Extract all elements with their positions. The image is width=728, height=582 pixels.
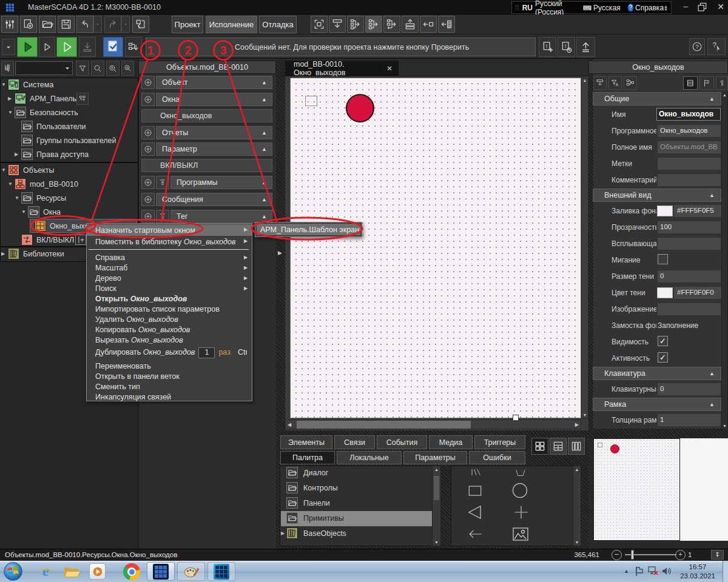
canvas-vscrollbar[interactable]: ▲▼ bbox=[581, 78, 588, 418]
menu-item[interactable]: Переименовать bbox=[95, 361, 247, 371]
palette-tab-0[interactable]: Палитра bbox=[280, 451, 335, 464]
prop-section-bar[interactable]: Рамка▲ bbox=[593, 398, 721, 411]
tree-item-label[interactable]: АРМ_Панель bbox=[30, 95, 76, 103]
minimize-button[interactable]: – bbox=[678, 2, 693, 13]
collapse-icon[interactable]: ▲ bbox=[261, 130, 267, 136]
prop-value-editing[interactable]: Окно_выходов bbox=[656, 108, 721, 121]
prop-tree-button[interactable] bbox=[624, 76, 637, 90]
menu-item[interactable]: Вырезать Окно_выходов bbox=[95, 335, 247, 345]
shape-polyline[interactable] bbox=[510, 466, 531, 481]
section-pin-button[interactable] bbox=[156, 210, 169, 223]
menu-item[interactable]: Импортировать список параметров bbox=[95, 304, 247, 314]
prop-value-text[interactable]: Заполнение bbox=[658, 321, 721, 330]
menu-item[interactable]: Поиск bbox=[95, 283, 247, 293]
section-add-button[interactable] bbox=[141, 142, 155, 156]
menu-item[interactable]: Масштаб bbox=[95, 263, 247, 273]
prop-checkbox[interactable] bbox=[658, 254, 668, 264]
help-button[interactable]: ? bbox=[689, 38, 705, 55]
status-options-button[interactable]: ▼▼ bbox=[711, 550, 724, 560]
redo-dropdown[interactable] bbox=[121, 16, 130, 33]
collapse-icon[interactable]: ▲ bbox=[261, 79, 267, 85]
menu-item[interactable]: Открыть Окно_выходов bbox=[95, 293, 247, 304]
help-label[interactable]: Справка bbox=[635, 4, 664, 12]
run-debug-button[interactable] bbox=[56, 37, 77, 57]
toolbar-tab-0[interactable]: Проект bbox=[172, 16, 203, 33]
shape-triangle[interactable] bbox=[465, 502, 485, 523]
object-section-plain[interactable]: Окно_выходов bbox=[141, 109, 272, 122]
tree-expander-icon[interactable]: ▼ bbox=[21, 209, 26, 215]
show-desktop-button[interactable] bbox=[723, 561, 728, 582]
toolbar-icon-fit-0[interactable] bbox=[311, 16, 328, 33]
workflow-button[interactable] bbox=[76, 93, 89, 105]
palette-scrollbar[interactable]: ▲▼ bbox=[432, 466, 441, 546]
bottom-tab-1[interactable]: Связи bbox=[334, 435, 375, 449]
tray-flag-icon[interactable] bbox=[635, 566, 644, 577]
tree-filter-button[interactable] bbox=[76, 61, 89, 76]
prop-value[interactable]: Объекты.mod_BB bbox=[658, 141, 721, 153]
langbar-options-icon[interactable]: ▲▼ bbox=[664, 5, 668, 11]
prop-value[interactable]: 100 bbox=[658, 221, 721, 233]
prop-color-swatch[interactable] bbox=[657, 287, 673, 298]
tray-expand-icon[interactable]: ▲ bbox=[624, 569, 631, 574]
tree-expander-icon[interactable]: ▼ bbox=[8, 181, 13, 187]
taskbar-ie-icon[interactable]: e bbox=[38, 563, 54, 580]
zoom-in-icon[interactable]: + bbox=[675, 550, 686, 560]
lang-code[interactable]: RU bbox=[522, 4, 533, 12]
toolbar-icon-treeOut-2[interactable] bbox=[347, 16, 364, 33]
collapse-icon[interactable]: ▲ bbox=[261, 179, 267, 186]
palette-tab-3[interactable]: Ошибки bbox=[469, 451, 525, 464]
section-add-button[interactable] bbox=[141, 176, 155, 189]
toolbar-tab-2[interactable]: Отладка bbox=[259, 16, 297, 33]
tree-zoom-in-button[interactable] bbox=[106, 61, 120, 76]
object-section-bar[interactable]: Отчеты▲ bbox=[156, 126, 272, 139]
taskbar-masterscada-button[interactable] bbox=[147, 562, 175, 581]
shape-image[interactable] bbox=[508, 524, 533, 544]
bottom-tab-4[interactable]: Триггеры bbox=[474, 435, 525, 449]
collapse-icon[interactable]: ▲ bbox=[261, 96, 267, 102]
prop-value[interactable]: 0 bbox=[658, 383, 721, 395]
taskbar-app-button[interactable] bbox=[207, 562, 235, 581]
keyboard-name[interactable]: Русская bbox=[593, 4, 621, 12]
tree-search-input[interactable] bbox=[15, 61, 73, 75]
tree-item-label[interactable]: ВКЛ/ВЫКЛ bbox=[36, 236, 74, 244]
tree-search-button[interactable] bbox=[91, 61, 104, 76]
shape-rectangle[interactable] bbox=[464, 482, 486, 500]
section-pin-button[interactable] bbox=[156, 176, 169, 189]
toolbar-icon-boardUp-5[interactable] bbox=[402, 16, 419, 33]
tree-expander-icon[interactable]: ▼ bbox=[1, 82, 6, 87]
toolbar-icon-dockL-6[interactable] bbox=[420, 16, 437, 33]
tree-item-label[interactable]: Права доступа bbox=[36, 150, 89, 159]
taskbar-explorer-icon[interactable] bbox=[63, 564, 81, 579]
canvas-circle-shape[interactable] bbox=[346, 94, 374, 122]
download-button[interactable] bbox=[79, 37, 96, 57]
section-add-button[interactable] bbox=[141, 93, 155, 106]
load-tree-button[interactable] bbox=[125, 37, 142, 57]
prop-value[interactable]: 0 bbox=[658, 270, 721, 283]
palette-group-label[interactable]: BaseObjects bbox=[303, 529, 346, 538]
menu-item[interactable]: Дерево bbox=[95, 273, 247, 283]
collapse-icon[interactable]: ▲ bbox=[709, 192, 715, 198]
undo-button[interactable] bbox=[76, 16, 93, 33]
prop-filter-button[interactable]: A bbox=[608, 76, 622, 90]
context-help-button[interactable]: ? bbox=[707, 38, 726, 55]
taskbar-wmp-icon[interactable] bbox=[89, 563, 106, 580]
tree-expander-icon[interactable]: ▶ bbox=[1, 251, 5, 256]
restore-button[interactable] bbox=[696, 2, 711, 13]
section-add-button[interactable] bbox=[141, 193, 155, 206]
shape-cross[interactable] bbox=[510, 503, 533, 521]
message-send-button[interactable] bbox=[576, 37, 595, 57]
tree-mode-button[interactable] bbox=[1, 61, 14, 76]
splitter-arrow-icon[interactable]: ▶ bbox=[278, 250, 282, 256]
canvas-rectangle-shape[interactable] bbox=[305, 96, 317, 106]
palette-group-label[interactable]: Диалог bbox=[303, 469, 328, 477]
prop-flag-button[interactable] bbox=[699, 76, 714, 90]
project-settings-button[interactable] bbox=[20, 16, 37, 33]
toolbar-icon-treeDown-1[interactable] bbox=[329, 16, 346, 33]
tree-item-label[interactable]: Окна bbox=[43, 208, 61, 216]
palette-tab-1[interactable]: Локальные bbox=[337, 451, 402, 464]
tree-expander-icon[interactable]: ▶ bbox=[15, 152, 18, 157]
prop-section-bar[interactable]: Клавиатура▲ bbox=[593, 367, 721, 380]
tree-item-label[interactable]: Пользователи bbox=[36, 122, 86, 131]
undo-dropdown[interactable] bbox=[93, 16, 102, 33]
tree-item-label[interactable]: Безопасность bbox=[30, 109, 78, 117]
